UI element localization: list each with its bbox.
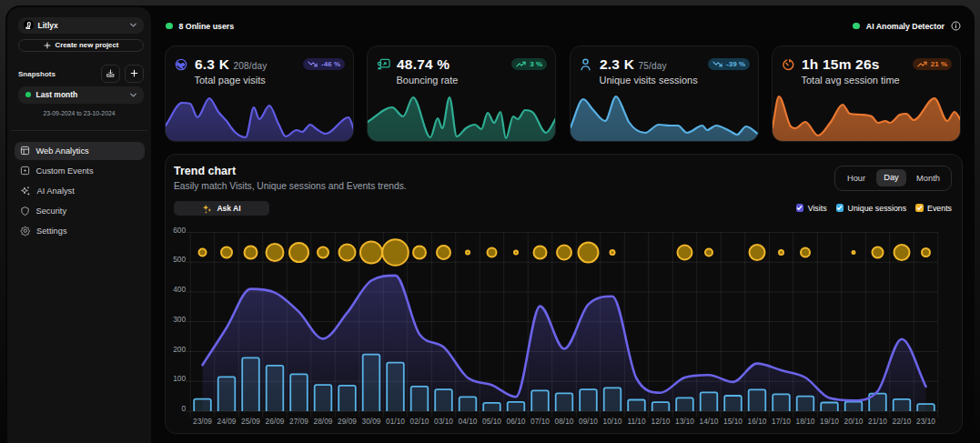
svg-text:11/10: 11/10 xyxy=(627,417,646,426)
svg-text:100: 100 xyxy=(173,374,186,383)
svg-text:20/10: 20/10 xyxy=(844,417,864,426)
svg-text:08/10: 08/10 xyxy=(555,417,574,426)
svg-text:600: 600 xyxy=(173,226,186,235)
svg-text:30/09: 30/09 xyxy=(362,417,381,426)
svg-text:23/09: 23/09 xyxy=(193,417,212,426)
svg-text:10/10: 10/10 xyxy=(603,417,622,426)
svg-text:07/10: 07/10 xyxy=(530,417,550,426)
svg-text:15/10: 15/10 xyxy=(723,417,743,426)
svg-text:19/10: 19/10 xyxy=(820,417,839,426)
svg-text:18/10: 18/10 xyxy=(796,417,815,426)
svg-text:300: 300 xyxy=(173,315,186,324)
svg-text:22/10: 22/10 xyxy=(893,417,912,426)
svg-text:23/10: 23/10 xyxy=(916,417,935,426)
svg-text:26/09: 26/09 xyxy=(266,417,285,426)
svg-text:27/09: 27/09 xyxy=(289,417,308,426)
svg-text:06/10: 06/10 xyxy=(507,417,526,426)
svg-text:16/10: 16/10 xyxy=(748,417,767,426)
svg-text:03/10: 03/10 xyxy=(434,417,453,426)
svg-text:05/10: 05/10 xyxy=(482,417,501,426)
svg-text:14/10: 14/10 xyxy=(700,417,719,426)
svg-text:0: 0 xyxy=(181,404,186,413)
svg-text:200: 200 xyxy=(173,345,186,354)
svg-text:400: 400 xyxy=(173,285,186,294)
svg-text:09/10: 09/10 xyxy=(579,417,598,426)
svg-text:25/09: 25/09 xyxy=(241,417,260,426)
svg-text:28/09: 28/09 xyxy=(314,417,333,426)
svg-text:01/10: 01/10 xyxy=(386,417,405,426)
svg-text:02/10: 02/10 xyxy=(410,417,429,426)
svg-text:24/09: 24/09 xyxy=(217,417,237,426)
svg-text:21/10: 21/10 xyxy=(868,417,887,426)
svg-text:500: 500 xyxy=(173,255,186,264)
svg-text:04/10: 04/10 xyxy=(459,417,478,426)
svg-text:29/09: 29/09 xyxy=(338,417,357,426)
svg-text:13/10: 13/10 xyxy=(675,417,694,426)
svg-text:17/10: 17/10 xyxy=(772,417,791,426)
svg-text:12/10: 12/10 xyxy=(652,417,671,426)
